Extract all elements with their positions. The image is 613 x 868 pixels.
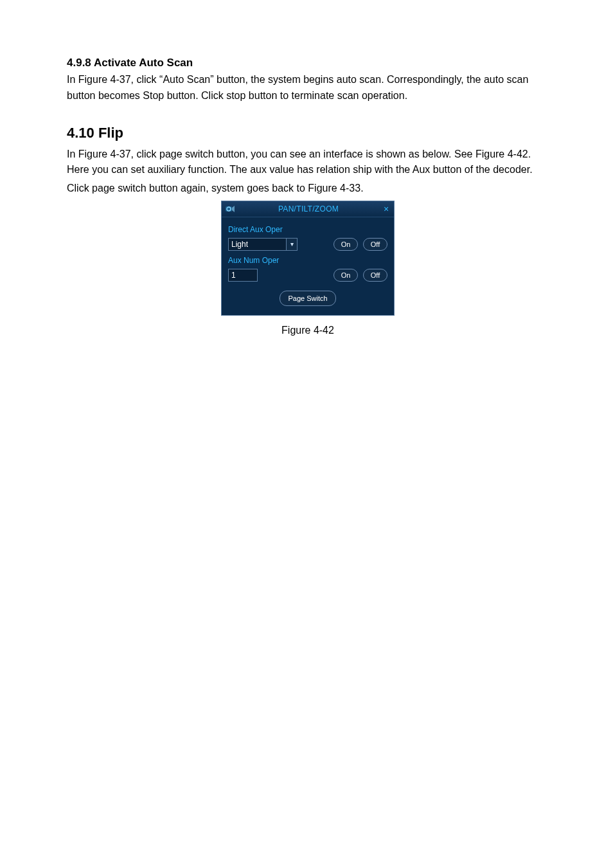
panel-footer: Page Switch <box>228 291 387 306</box>
figure-wrapper: PAN/TILT/ZOOM × Direct Aux Oper Light ▾ … <box>67 201 549 336</box>
panel-titlebar: PAN/TILT/ZOOM × <box>222 201 394 217</box>
direct-aux-label: Direct Aux Oper <box>228 225 387 234</box>
direct-aux-row: Light ▾ On Off <box>228 238 387 251</box>
heading-498: 4.9.8 Activate Auto Scan <box>67 57 549 69</box>
ptz-panel: PAN/TILT/ZOOM × Direct Aux Oper Light ▾ … <box>221 201 395 316</box>
aux-num-on-button[interactable]: On <box>333 269 358 282</box>
paragraph-410-2: Click page switch button again, system g… <box>67 181 549 197</box>
panel-title: PAN/TILT/ZOOM <box>236 204 381 213</box>
aux-num-off-button[interactable]: Off <box>363 269 387 282</box>
page-switch-button[interactable]: Page Switch <box>280 291 335 306</box>
app-icon <box>224 204 236 214</box>
document-page: 4.9.8 Activate Auto Scan In Figure 4-37,… <box>0 0 613 868</box>
aux-num-input[interactable]: 1 <box>228 269 258 282</box>
panel-body: Direct Aux Oper Light ▾ On Off Aux Num O… <box>222 217 394 315</box>
direct-aux-select-value: Light <box>231 240 248 249</box>
paragraph-498: In Figure 4-37, click “Auto Scan” button… <box>67 72 549 104</box>
spacer <box>67 107 549 125</box>
aux-num-label: Aux Num Oper <box>228 256 387 265</box>
close-icon[interactable]: × <box>381 204 391 214</box>
direct-aux-select[interactable]: Light ▾ <box>228 238 298 251</box>
heading-410: 4.10 Flip <box>67 125 549 141</box>
figure-caption: Figure 4-42 <box>281 325 334 336</box>
chevron-down-icon[interactable]: ▾ <box>286 239 297 250</box>
direct-aux-off-button[interactable]: Off <box>363 238 387 251</box>
aux-num-value: 1 <box>231 271 236 280</box>
aux-num-row: 1 On Off <box>228 269 387 282</box>
direct-aux-on-button[interactable]: On <box>333 238 358 251</box>
paragraph-410-1: In Figure 4-37, click page switch button… <box>67 147 549 179</box>
